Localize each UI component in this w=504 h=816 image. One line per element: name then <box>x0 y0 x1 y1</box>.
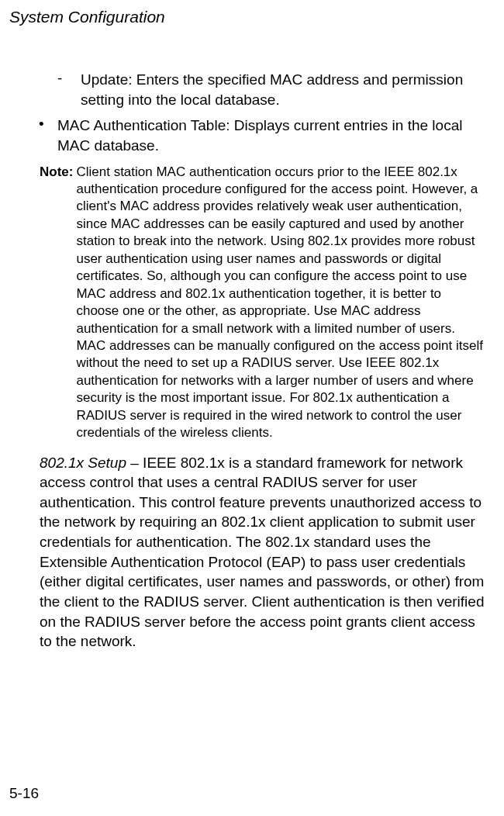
body-paragraph: 802.1x Setup – IEEE 802.1x is a standard… <box>40 453 485 652</box>
paragraph-rest: – IEEE 802.1x is a standard framework fo… <box>40 455 484 650</box>
page-header: System Configuration <box>9 8 485 26</box>
sub-list-text: Update: Enters the specified MAC address… <box>81 70 485 109</box>
dash-bullet: - <box>57 70 81 109</box>
sub-list-item: - Update: Enters the specified MAC addre… <box>57 70 485 109</box>
note-block: Note: Client station MAC authentication … <box>40 164 485 442</box>
body-content: - Update: Enters the specified MAC addre… <box>9 70 485 652</box>
page-number: 5-16 <box>9 785 39 802</box>
list-text: MAC Authentication Table: Displays curre… <box>57 116 485 155</box>
note-body: Client station MAC authentication occurs… <box>76 164 485 442</box>
note-label: Note: <box>40 164 76 442</box>
bullet-icon: • <box>39 116 57 155</box>
list-item: • MAC Authentication Table: Displays cur… <box>39 116 485 155</box>
paragraph-lead: 802.1x Setup <box>40 455 126 471</box>
